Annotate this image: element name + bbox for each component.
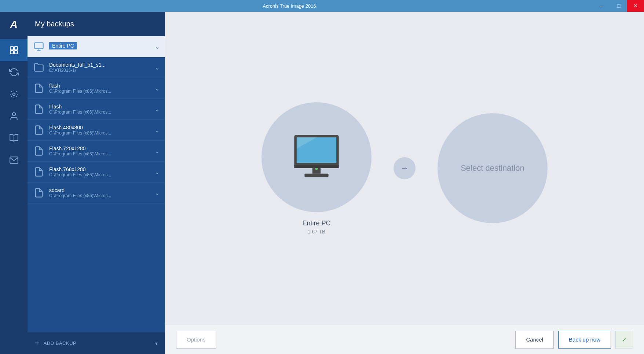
- sidebar-item-account[interactable]: [0, 105, 28, 127]
- bottom-left: Options: [176, 331, 216, 349]
- svg-rect-6: [34, 43, 43, 49]
- options-button[interactable]: Options: [176, 331, 216, 349]
- backup-path-flash-768: C:\Program Files (x86)\Micros...: [49, 172, 152, 177]
- backup-name-flash-720: Flash.720x1280: [49, 145, 152, 151]
- backup-item-entire-pc[interactable]: Entire PC ⌄: [28, 36, 165, 57]
- backup-path-sdcard: C:\Program Files (x86)\Micros...: [49, 193, 152, 198]
- checkmark-button[interactable]: ✓: [615, 331, 633, 349]
- backup-diagram: Entire PC 1.67 TB → Select destination: [165, 12, 644, 325]
- svg-rect-0: [10, 47, 14, 50]
- backup-info-flash-480: Flash.480x800 C:\Program Files (x86)\Mic…: [49, 125, 152, 136]
- dest-label[interactable]: Select destination: [461, 163, 524, 174]
- titlebar-title: Acronis True Image 2016: [15, 3, 564, 9]
- titlebar-controls: ─ □ ✕: [593, 0, 644, 12]
- file-icon-Flash: [33, 103, 45, 115]
- sidebar-item-email[interactable]: [0, 149, 28, 171]
- chevron-icon-flash-480: ⌄: [155, 127, 160, 134]
- source-size: 1.67 TB: [308, 229, 326, 235]
- backup-info-flash: flash C:\Program Files (x86)\Micros...: [49, 83, 152, 94]
- backup-path-flash-720: C:\Program Files (x86)\Micros...: [49, 151, 152, 156]
- backup-panel-header: My backups: [28, 12, 165, 36]
- svg-rect-1: [14, 47, 18, 50]
- backup-panel: My backups Entire PC ⌄: [28, 12, 165, 354]
- add-backup-button[interactable]: + ADD BACKUP ▾: [28, 332, 165, 354]
- svg-rect-13: [304, 173, 328, 177]
- backup-info-sdcard: sdcard C:\Program Files (x86)\Micros...: [49, 187, 152, 198]
- app-logo-letter: A: [10, 19, 17, 30]
- chevron-icon-flash: ⌄: [155, 85, 160, 92]
- file-icon-flash-480: [33, 124, 45, 136]
- backup-item-sdcard[interactable]: sdcard C:\Program Files (x86)\Micros... …: [28, 182, 165, 203]
- add-backup-label: ADD BACKUP: [44, 340, 77, 346]
- add-backup-plus-icon: +: [35, 339, 39, 347]
- chevron-icon-documents: ⌄: [155, 64, 160, 71]
- folder-icon-documents: [33, 62, 45, 73]
- icon-sidebar: A: [0, 12, 28, 354]
- file-icon-flash-720: [33, 145, 45, 157]
- backup-name-documents: Documents_full_b1_s1...: [49, 62, 152, 68]
- backup-info-entire-pc: Entire PC: [49, 42, 152, 51]
- file-icon-flash: [33, 82, 45, 94]
- svg-rect-2: [10, 51, 14, 54]
- file-icon-sdcard: [33, 187, 45, 199]
- bottom-toolbar: Options Cancel Back up now ✓: [165, 325, 644, 354]
- maximize-button[interactable]: □: [610, 0, 627, 12]
- backup-item-flash[interactable]: flash C:\Program Files (x86)\Micros... ⌄: [28, 78, 165, 99]
- app-logo: A: [5, 15, 23, 34]
- chevron-icon-flash-720: ⌄: [155, 148, 160, 155]
- bottom-right: Cancel Back up now ✓: [515, 331, 633, 349]
- dest-node[interactable]: Select destination: [438, 113, 548, 223]
- sidebar-item-backups[interactable]: [0, 39, 28, 61]
- svg-rect-3: [14, 51, 18, 54]
- svg-point-4: [12, 93, 15, 96]
- backup-path-flash-480: C:\Program Files (x86)\Micros...: [49, 130, 152, 136]
- main-content: Entire PC 1.67 TB → Select destination O…: [165, 12, 644, 354]
- minimize-button[interactable]: ─: [593, 0, 610, 12]
- backup-name-Flash: Flash: [49, 104, 152, 110]
- chevron-icon-entire-pc: ⌄: [155, 43, 160, 50]
- backup-item-flash-768[interactable]: Flash.768x1280 C:\Program Files (x86)\Mi…: [28, 162, 165, 182]
- backup-path-flash: C:\Program Files (x86)\Micros...: [49, 89, 152, 94]
- file-icon-flash-768: [33, 166, 45, 178]
- backup-item-Flash[interactable]: Flash C:\Program Files (x86)\Micros... ⌄: [28, 99, 165, 120]
- backup-item-flash-720[interactable]: Flash.720x1280 C:\Program Files (x86)\Mi…: [28, 141, 165, 162]
- backup-item-flash-480[interactable]: Flash.480x800 C:\Program Files (x86)\Mic…: [28, 120, 165, 141]
- svg-rect-15: [294, 165, 339, 168]
- svg-point-5: [12, 113, 15, 116]
- back-up-now-button[interactable]: Back up now: [558, 331, 611, 349]
- arrow-circle: →: [394, 157, 416, 179]
- source-label: Entire PC: [302, 220, 330, 227]
- backup-info-flash-768: Flash.768x1280 C:\Program Files (x86)\Mi…: [49, 166, 152, 177]
- pc-icon: [33, 41, 45, 52]
- backup-list: Entire PC ⌄ Documents_full_b1_s1... E:\A…: [28, 36, 165, 332]
- sidebar-item-tools[interactable]: [0, 83, 28, 105]
- backup-name-flash-768: Flash.768x1280: [49, 166, 152, 172]
- arrow-icon: →: [400, 163, 409, 173]
- sidebar-item-learn[interactable]: [0, 127, 28, 149]
- backup-name-flash: flash: [49, 83, 152, 89]
- chevron-icon-flash-768: ⌄: [155, 169, 160, 176]
- backup-name-sdcard: sdcard: [49, 187, 152, 193]
- backup-info-Flash: Flash C:\Program Files (x86)\Micros...: [49, 104, 152, 115]
- app-body: A: [0, 12, 644, 354]
- backup-info-documents: Documents_full_b1_s1... E:\ATI2015-1\: [49, 62, 152, 73]
- chevron-icon-Flash: ⌄: [155, 106, 160, 113]
- backup-path-documents: E:\ATI2015-1\: [49, 68, 152, 73]
- chevron-icon-sdcard: ⌄: [155, 189, 160, 196]
- close-button[interactable]: ✕: [627, 0, 644, 12]
- backup-name-flash-480: Flash.480x800: [49, 125, 152, 130]
- backup-name-entire-pc: Entire PC: [49, 42, 77, 49]
- dest-circle[interactable]: Select destination: [438, 113, 548, 223]
- source-circle: [261, 102, 372, 212]
- sidebar-item-sync[interactable]: [0, 61, 28, 83]
- backup-item-documents[interactable]: Documents_full_b1_s1... E:\ATI2015-1\ ⌄: [28, 57, 165, 78]
- cancel-button[interactable]: Cancel: [515, 331, 554, 349]
- add-backup-arrow-icon: ▾: [155, 340, 158, 346]
- backup-info-flash-720: Flash.720x1280 C:\Program Files (x86)\Mi…: [49, 145, 152, 156]
- source-node: Entire PC 1.67 TB: [261, 102, 372, 235]
- backup-path-Flash: C:\Program Files (x86)\Micros...: [49, 110, 152, 115]
- titlebar: Acronis True Image 2016 ─ □ ✕: [0, 0, 644, 12]
